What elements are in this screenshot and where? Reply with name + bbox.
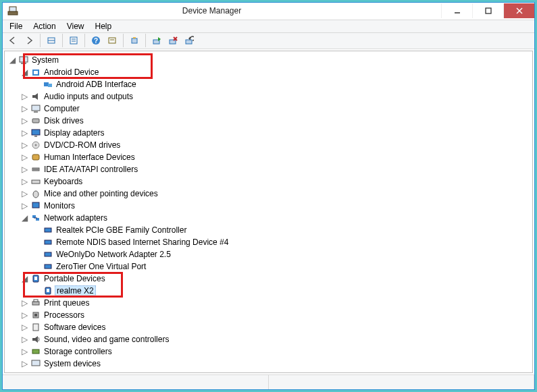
svg-rect-8 — [70, 37, 77, 44]
monitor-icon — [30, 200, 41, 211]
expander-open-icon[interactable]: ◢ — [20, 274, 29, 283]
expander-closed-icon[interactable]: ▷ — [20, 298, 29, 308]
expander-closed-icon[interactable]: ▷ — [20, 92, 29, 101]
tree-node-keyboards[interactable]: ▷Keyboards — [18, 175, 531, 188]
tree-node-android-adb[interactable]: ▷ Android ADB Interface — [30, 78, 531, 90]
device-tree-pane[interactable]: ◢ System ◢ Android Device — [4, 51, 533, 373]
update-driver-button[interactable] — [105, 33, 120, 48]
tree-node-mice[interactable]: ▷Mice and other pointing devices — [18, 188, 531, 200]
node-label: Processors — [43, 310, 86, 320]
expander-closed-icon[interactable]: ▷ — [20, 310, 29, 320]
menu-action[interactable]: Action — [28, 20, 61, 32]
expander-closed-icon[interactable]: ▷ — [20, 165, 29, 174]
expander-open-icon[interactable]: ◢ — [20, 213, 29, 223]
back-button[interactable] — [5, 33, 20, 48]
toolbar-separator — [62, 34, 63, 47]
tree-node-storage[interactable]: ▷Storage controllers — [18, 345, 531, 358]
tree-node-sound[interactable]: ▷Sound, video and game controllers — [18, 333, 531, 345]
tree-node-dvd[interactable]: ▷DVD/CD-ROM drives — [18, 139, 531, 151]
tree-node-display[interactable]: ▷Display adapters — [18, 127, 531, 139]
svg-rect-35 — [34, 136, 37, 137]
tree-node-zerotier[interactable]: ▷ZeroTier One Virtual Port — [30, 260, 531, 273]
svg-rect-49 — [45, 252, 51, 256]
close-button[interactable] — [503, 3, 534, 18]
node-label: Remote NDIS based Internet Sharing Devic… — [55, 237, 230, 247]
minimize-button[interactable] — [441, 3, 472, 18]
expander-closed-icon[interactable]: ▷ — [20, 140, 29, 150]
tree-node-hid[interactable]: ▷Human Interface Devices — [18, 151, 531, 163]
maximize-button[interactable] — [472, 3, 503, 18]
portable-device-icon — [43, 285, 53, 296]
node-label: System — [30, 55, 60, 65]
node-label: Keyboards — [43, 177, 84, 186]
tree-node-realtek[interactable]: ▷Realtek PCIe GBE Family Controller — [30, 224, 531, 236]
menu-view[interactable]: View — [61, 20, 90, 32]
status-cell — [269, 375, 535, 389]
expander-closed-icon[interactable]: ▷ — [20, 323, 29, 332]
expander-closed-icon[interactable]: ▷ — [20, 128, 29, 138]
expander-closed-icon[interactable]: ▷ — [20, 335, 29, 344]
tree-node-printq[interactable]: ▷Print queues — [18, 297, 531, 309]
tree-node-audio[interactable]: ▷Audio inputs and outputs — [18, 90, 531, 103]
svg-marker-30 — [32, 93, 38, 100]
expander-closed-icon[interactable]: ▷ — [20, 116, 29, 125]
tree-node-system[interactable]: ◢ System ◢ Android Device — [6, 54, 531, 370]
expander-closed-icon[interactable]: ▷ — [20, 347, 29, 356]
expander-closed-icon[interactable]: ▷ — [20, 201, 29, 211]
tree-node-computer[interactable]: ▷Computer — [18, 103, 531, 115]
computer-icon — [18, 55, 29, 65]
svg-rect-13 — [109, 38, 116, 43]
enable-button[interactable] — [182, 33, 197, 48]
show-hidden-button[interactable] — [44, 33, 59, 48]
svg-text:?: ? — [94, 37, 98, 45]
svg-rect-41 — [32, 180, 40, 184]
expander-closed-icon[interactable]: ▷ — [20, 104, 29, 113]
expander-closed-icon[interactable]: ▷ — [20, 177, 29, 186]
help-button[interactable]: ? — [88, 33, 103, 48]
tree-node-rndis[interactable]: ▷Remote NDIS based Internet Sharing Devi… — [30, 236, 531, 248]
toolbar-separator — [40, 34, 41, 47]
nic-icon — [43, 261, 53, 272]
nic-icon — [43, 225, 53, 235]
svg-rect-47 — [45, 228, 51, 232]
expander-open-icon[interactable]: ◢ — [7, 55, 17, 65]
expander-open-icon[interactable]: ◢ — [20, 67, 29, 77]
display-icon — [30, 128, 41, 138]
node-label: Print queues — [43, 298, 91, 308]
tree-node-ide[interactable]: ▷IDE ATA/ATAPI controllers — [18, 163, 531, 175]
printer-icon — [30, 298, 41, 308]
svg-rect-61 — [32, 349, 39, 354]
expander-closed-icon[interactable]: ▷ — [20, 359, 29, 368]
tree-node-monitors[interactable]: ▷Monitors — [18, 200, 531, 212]
tree-node-software[interactable]: ▷Software devices — [18, 321, 531, 333]
tree-node-disk[interactable]: ▷Disk drives — [18, 115, 531, 127]
toolbar-separator — [123, 34, 124, 47]
node-label: Mice and other pointing devices — [43, 189, 159, 198]
svg-rect-62 — [32, 360, 40, 366]
tree-node-processors[interactable]: ▷Processors — [18, 309, 531, 321]
tree-node-realme-x2[interactable]: ▷realme X2 — [30, 285, 531, 297]
tree-node-android-device[interactable]: ◢ Android Device ▷ Android ADB Interface — [18, 66, 531, 90]
tree-node-portable[interactable]: ◢Portable Devices ▷realme X2 — [18, 273, 531, 297]
tree-node-sysdev[interactable]: ▷System devices — [18, 358, 531, 370]
properties-button[interactable] — [66, 33, 81, 48]
forward-button[interactable] — [22, 33, 36, 48]
toolbar-separator — [84, 34, 85, 47]
scan-hardware-button[interactable] — [149, 33, 164, 48]
expander-closed-icon[interactable]: ▷ — [20, 152, 29, 162]
tree-node-weonlydo[interactable]: ▷WeOnlyDo Network Adapter 2.5 — [30, 248, 531, 260]
svg-rect-28 — [44, 82, 49, 86]
expander-closed-icon[interactable]: ▷ — [20, 189, 29, 198]
android-icon — [30, 67, 41, 78]
svg-point-37 — [35, 144, 37, 146]
software-icon — [30, 322, 41, 333]
disable-button[interactable] — [165, 33, 180, 48]
svg-rect-52 — [34, 277, 37, 280]
uninstall-button[interactable] — [127, 33, 142, 48]
menu-help[interactable]: Help — [90, 20, 118, 32]
status-cell — [3, 375, 269, 389]
node-label: Android ADB Interface — [55, 80, 138, 89]
window-title: Device Manager — [0, 6, 441, 16]
tree-node-network[interactable]: ◢Network adapters ▷Realtek PCIe GBE Fami… — [18, 212, 531, 273]
menu-file[interactable]: File — [4, 20, 28, 32]
